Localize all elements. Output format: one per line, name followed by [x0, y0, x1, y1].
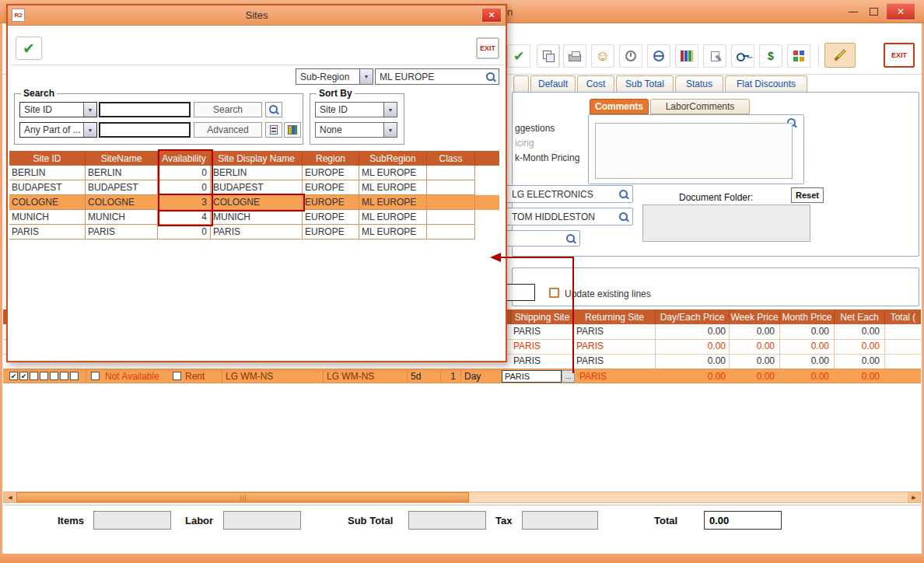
match-mode-combo[interactable]: Any Part of ... ▼ — [19, 122, 97, 138]
advanced-button[interactable]: Advanced — [194, 122, 262, 138]
report-icon-button[interactable] — [265, 122, 282, 138]
scrollbar-thumb[interactable] — [16, 492, 469, 502]
dialog-exit-button[interactable]: EXIT — [476, 37, 499, 59]
tab-labor-comments[interactable]: LaborComments — [650, 99, 750, 114]
reset-button[interactable]: Reset — [791, 187, 824, 203]
chevron-down-icon[interactable]: ▼ — [383, 123, 397, 137]
pricing-button[interactable]: $ — [759, 44, 782, 68]
search-group: Search Site ID ▼ Search Any Part of ... … — [14, 93, 303, 145]
col-day-each-price[interactable]: Day/Each Price — [655, 309, 729, 324]
tab-partial[interactable] — [513, 75, 529, 92]
catalog-button[interactable] — [675, 44, 698, 68]
search-icon[interactable] — [565, 233, 576, 244]
region-button[interactable] — [647, 44, 670, 68]
table-row[interactable]: PARIS PARIS 0 PARIS EUROPE ML EUROPE — [9, 225, 499, 240]
line-checkbox[interactable] — [9, 372, 18, 380]
table-row[interactable]: MUNICH MUNICH 4 MUNICH EUROPE ML EUROPE — [9, 210, 499, 225]
line-checkbox[interactable] — [173, 372, 181, 380]
line-checkbox[interactable] — [19, 372, 28, 380]
col-returning-site[interactable]: Returning Site — [573, 309, 655, 324]
line-checkbox[interactable] — [91, 372, 100, 380]
chevron-down-icon[interactable]: ▼ — [83, 123, 96, 137]
minimize-button[interactable] — [844, 5, 863, 19]
col-total[interactable]: Total ( — [884, 309, 921, 324]
line-checkbox[interactable] — [30, 372, 38, 380]
schedule-button[interactable] — [619, 44, 642, 68]
tab-sub-total[interactable]: Sub Total — [616, 75, 674, 92]
table-row-selected[interactable]: COLOGNE COLOGNE 3 COLOGNE EUROPE ML EURO… — [9, 195, 499, 210]
vendor-field[interactable]: LG ELECTRONICS — [506, 185, 633, 203]
search-icon[interactable] — [485, 72, 496, 82]
tab-status[interactable]: Status — [675, 75, 723, 92]
chevron-down-icon[interactable]: ▼ — [383, 103, 397, 117]
document-folder-box[interactable] — [642, 205, 810, 242]
col-subregion[interactable]: SubRegion — [359, 151, 427, 166]
sort-primary-combo[interactable]: Site ID ▼ — [315, 102, 397, 117]
line-checkbox[interactable] — [50, 372, 58, 380]
col-month-price[interactable]: Month Price — [779, 309, 834, 324]
tax-field[interactable] — [522, 511, 598, 530]
search-input[interactable] — [99, 102, 191, 117]
table-row[interactable]: BUDAPEST BUDAPEST 0 BUDAPEST EUROPE ML E… — [9, 180, 499, 195]
items-field[interactable] — [93, 511, 171, 530]
tab-flat-discounts[interactable]: Flat Discounts — [725, 75, 807, 92]
search-field-combo[interactable]: Site ID ▼ — [19, 102, 97, 117]
item-code: LG WM-NS — [226, 371, 273, 382]
notes-button[interactable] — [703, 44, 726, 68]
permissions-button[interactable] — [731, 44, 754, 68]
table-row[interactable]: BERLIN BERLIN 0 BERLIN EUROPE ML EUROPE — [9, 166, 499, 180]
search-icon-button[interactable] — [265, 102, 282, 117]
chevron-down-icon[interactable]: ▼ — [359, 69, 373, 84]
confirm-button[interactable]: ✔ — [507, 44, 530, 68]
tab-cost[interactable]: Cost — [577, 75, 614, 92]
search-button[interactable]: Search — [194, 102, 262, 117]
dialog-close-button[interactable] — [481, 8, 502, 23]
subregion-value-field[interactable]: ML EUROPE — [375, 68, 499, 85]
labor-field[interactable] — [223, 511, 301, 530]
total-field[interactable]: 0.00 — [704, 511, 782, 530]
col-site-id[interactable]: Site ID — [9, 151, 86, 166]
tab-default[interactable]: Default — [530, 75, 576, 92]
modules-button[interactable] — [787, 44, 810, 68]
scroll-left-arrow[interactable]: ◀ — [4, 492, 16, 502]
col-week-price[interactable]: Week Price — [729, 309, 779, 324]
col-shipping-site[interactable]: Shipping Site — [510, 309, 573, 324]
columns-icon-button[interactable] — [284, 122, 301, 138]
chevron-down-icon[interactable]: ▼ — [83, 103, 96, 117]
comments-textarea[interactable] — [595, 123, 793, 179]
search-icon[interactable] — [618, 212, 629, 222]
col-region[interactable]: Region — [303, 151, 359, 166]
wizard-button[interactable] — [824, 43, 856, 68]
cell: MUNICH — [86, 210, 158, 225]
smiley-icon: ☺ — [596, 48, 610, 65]
subregion-combo[interactable]: Sub-Region ▼ — [296, 68, 373, 85]
match-input[interactable] — [99, 122, 191, 138]
tab-comments[interactable]: Comments — [590, 99, 649, 114]
contact-field[interactable]: TOM HIDDLESTON — [506, 208, 633, 226]
lookup-field[interactable] — [506, 230, 580, 247]
exit-button[interactable]: EXIT — [884, 43, 915, 68]
close-button[interactable] — [886, 3, 915, 20]
col-site-name[interactable]: SiteName — [86, 151, 158, 166]
confirm-selection-button[interactable]: ✔ — [16, 37, 42, 60]
shipping-site-editor[interactable]: PARIS — [502, 370, 562, 383]
maximize-button[interactable] — [864, 5, 883, 19]
sort-secondary-combo[interactable]: None ▼ — [315, 122, 397, 138]
selected-line-row[interactable]: Not Available Rent LG WM-NS LG WM-NS 5d … — [3, 369, 921, 383]
print-button[interactable] — [563, 44, 586, 68]
copy-button[interactable] — [537, 44, 560, 68]
search-icon[interactable] — [618, 189, 629, 200]
ellipsis-button[interactable]: ... — [562, 370, 575, 383]
col-class[interactable]: Class — [427, 151, 475, 166]
horizontal-scrollbar[interactable]: ◀ ▶ — [3, 491, 921, 503]
col-site-display-name[interactable]: Site Display Name — [211, 151, 303, 166]
line-checkbox[interactable] — [60, 372, 68, 380]
line-checkbox[interactable] — [70, 372, 79, 380]
col-availability[interactable]: Availability — [158, 151, 211, 166]
subtotal-field[interactable] — [408, 511, 486, 530]
line-checkbox[interactable] — [40, 372, 48, 380]
col-net-each[interactable]: Net Each — [834, 309, 884, 324]
feedback-button[interactable]: ☺ — [591, 44, 614, 68]
scroll-right-arrow[interactable]: ▶ — [908, 492, 920, 502]
update-lines-checkbox[interactable] — [549, 288, 559, 298]
